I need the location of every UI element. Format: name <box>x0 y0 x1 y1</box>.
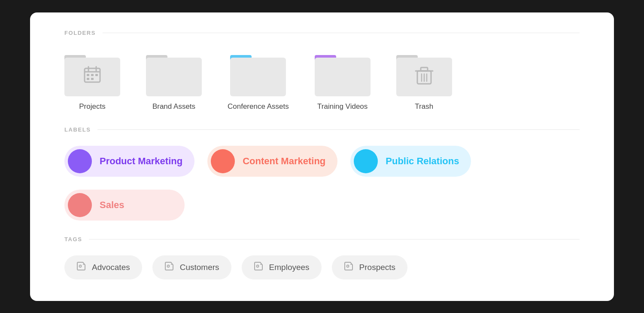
label-sales-text: Sales <box>100 199 125 211</box>
svg-rect-6 <box>95 74 98 76</box>
label-product-marketing[interactable]: Product Marketing <box>64 146 194 177</box>
folder-brand-assets-icon <box>146 49 202 96</box>
folder-body <box>64 58 120 96</box>
tag-icon <box>344 261 353 273</box>
tag-icon <box>76 261 86 273</box>
labels-grid: Product Marketing Content Marketing Publ… <box>64 146 580 221</box>
folder-projects-label: Projects <box>79 102 105 111</box>
labels-title: LABELS <box>64 126 91 133</box>
label-pm-text: Product Marketing <box>100 156 182 167</box>
tag-prospects-label: Prospects <box>359 263 395 272</box>
tag-icon <box>254 261 263 273</box>
folder-training-videos[interactable]: Training Videos <box>315 49 371 111</box>
label-pr-circle <box>354 149 378 173</box>
label-sales-circle <box>68 193 92 217</box>
label-pm-circle <box>68 149 92 173</box>
folder-training-videos-icon <box>315 49 371 96</box>
tags-divider <box>89 239 580 239</box>
tag-advocates-label: Advocates <box>92 263 130 272</box>
svg-point-19 <box>256 265 258 267</box>
folder-body <box>315 58 371 96</box>
tag-prospects[interactable]: Prospects <box>332 255 407 279</box>
calendar-icon <box>83 65 102 88</box>
tag-customers[interactable]: Customers <box>152 255 231 279</box>
folder-body <box>396 58 452 96</box>
folder-brand-assets[interactable]: Brand Assets <box>146 49 202 111</box>
folder-body <box>146 58 202 96</box>
trash-icon <box>415 63 434 88</box>
svg-rect-5 <box>91 74 94 76</box>
folder-projects[interactable]: Projects <box>64 49 120 111</box>
label-public-relations[interactable]: Public Relations <box>350 146 471 177</box>
folder-body <box>230 58 286 96</box>
tag-icon <box>164 261 174 273</box>
labels-section: LABELS Product Marketing Content Marketi… <box>64 126 580 221</box>
folder-training-videos-label: Training Videos <box>317 102 368 111</box>
label-cm-text: Content Marketing <box>243 156 325 167</box>
tag-advocates[interactable]: Advocates <box>64 255 142 279</box>
label-cm-circle <box>211 149 235 173</box>
folder-projects-icon <box>64 49 120 96</box>
svg-rect-7 <box>87 78 89 80</box>
folders-grid: Projects Brand Assets Conference Assets <box>64 49 580 111</box>
labels-header: LABELS <box>64 126 580 133</box>
tags-title: TAGS <box>64 236 82 242</box>
folder-conference-assets-icon <box>230 49 286 96</box>
tag-employees-label: Employees <box>269 263 310 272</box>
folders-header: FOLDERS <box>64 30 580 36</box>
folder-trash[interactable]: Trash <box>396 49 452 111</box>
label-sales[interactable]: Sales <box>64 190 185 221</box>
main-card: FOLDERS <box>30 12 614 301</box>
svg-point-15 <box>79 265 82 267</box>
folder-brand-assets-label: Brand Assets <box>152 102 195 111</box>
folder-trash-label: Trash <box>415 102 433 111</box>
tags-header: TAGS <box>64 236 580 242</box>
tag-employees[interactable]: Employees <box>242 255 322 279</box>
tags-section: TAGS Advocates <box>64 236 580 279</box>
svg-rect-11 <box>421 68 428 71</box>
svg-point-21 <box>346 265 349 267</box>
folders-title: FOLDERS <box>64 30 96 36</box>
label-content-marketing[interactable]: Content Marketing <box>207 146 337 177</box>
folder-trash-icon <box>396 49 452 96</box>
label-pr-text: Public Relations <box>386 156 459 167</box>
folders-section: FOLDERS <box>64 30 580 111</box>
tags-grid: Advocates Customers <box>64 255 580 279</box>
svg-point-17 <box>167 265 169 267</box>
folder-conference-assets[interactable]: Conference Assets <box>228 49 289 111</box>
svg-rect-4 <box>87 74 89 76</box>
svg-rect-8 <box>91 78 94 80</box>
folder-conference-assets-label: Conference Assets <box>228 102 289 111</box>
labels-divider <box>97 129 580 130</box>
folders-divider <box>103 33 580 33</box>
tag-customers-label: Customers <box>180 263 219 272</box>
